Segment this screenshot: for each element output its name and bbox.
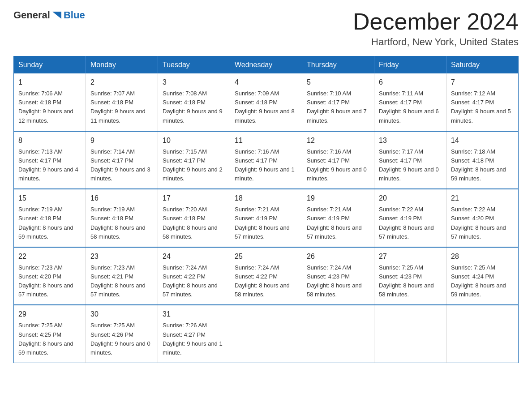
calendar-cell: 9 Sunrise: 7:14 AMSunset: 4:17 PMDayligh…: [86, 131, 158, 189]
calendar-cell: [374, 305, 446, 363]
week-row-1: 1 Sunrise: 7:06 AMSunset: 4:18 PMDayligh…: [14, 73, 519, 131]
day-number: 8: [18, 135, 81, 146]
calendar-cell: 6 Sunrise: 7:11 AMSunset: 4:17 PMDayligh…: [374, 73, 446, 131]
day-number: 1: [18, 77, 81, 88]
header-sunday: Sunday: [14, 56, 86, 74]
day-number: 27: [379, 251, 442, 262]
day-number: 30: [90, 309, 153, 320]
calendar-cell: 31 Sunrise: 7:26 AMSunset: 4:27 PMDaylig…: [158, 305, 230, 363]
calendar-cell: 17 Sunrise: 7:20 AMSunset: 4:18 PMDaylig…: [158, 189, 230, 247]
day-number: 6: [379, 77, 442, 88]
day-info: Sunrise: 7:17 AMSunset: 4:17 PMDaylight:…: [379, 148, 439, 182]
day-info: Sunrise: 7:19 AMSunset: 4:18 PMDaylight:…: [90, 206, 146, 240]
header-wednesday: Wednesday: [230, 56, 302, 74]
day-info: Sunrise: 7:08 AMSunset: 4:18 PMDaylight:…: [163, 90, 223, 124]
day-number: 13: [379, 135, 442, 146]
calendar-cell: 19 Sunrise: 7:21 AMSunset: 4:19 PMDaylig…: [302, 189, 374, 247]
day-number: 10: [163, 135, 225, 146]
day-number: 18: [235, 193, 297, 204]
calendar-cell: 27 Sunrise: 7:25 AMSunset: 4:23 PMDaylig…: [374, 247, 446, 305]
calendar-cell: 11 Sunrise: 7:16 AMSunset: 4:17 PMDaylig…: [230, 131, 302, 189]
calendar-cell: 10 Sunrise: 7:15 AMSunset: 4:17 PMDaylig…: [158, 131, 230, 189]
calendar-cell: 16 Sunrise: 7:19 AMSunset: 4:18 PMDaylig…: [86, 189, 158, 247]
calendar-cell: 7 Sunrise: 7:12 AMSunset: 4:17 PMDayligh…: [446, 73, 519, 131]
week-row-4: 22 Sunrise: 7:23 AMSunset: 4:20 PMDaylig…: [14, 247, 519, 305]
day-info: Sunrise: 7:11 AMSunset: 4:17 PMDaylight:…: [379, 90, 439, 124]
day-number: 12: [307, 135, 369, 146]
day-number: 5: [307, 77, 369, 88]
calendar-table: SundayMondayTuesdayWednesdayThursdayFrid…: [13, 56, 519, 363]
day-info: Sunrise: 7:25 AMSunset: 4:26 PMDaylight:…: [90, 322, 150, 355]
day-info: Sunrise: 7:22 AMSunset: 4:19 PMDaylight:…: [379, 206, 434, 240]
calendar-cell: 24 Sunrise: 7:24 AMSunset: 4:22 PMDaylig…: [158, 247, 230, 305]
day-number: 3: [163, 77, 225, 88]
day-number: 19: [307, 193, 369, 204]
day-info: Sunrise: 7:10 AMSunset: 4:17 PMDaylight:…: [307, 90, 367, 124]
day-info: Sunrise: 7:16 AMSunset: 4:17 PMDaylight:…: [235, 148, 295, 182]
calendar-cell: 4 Sunrise: 7:09 AMSunset: 4:18 PMDayligh…: [230, 73, 302, 131]
day-info: Sunrise: 7:21 AMSunset: 4:19 PMDaylight:…: [307, 206, 362, 240]
calendar-cell: 3 Sunrise: 7:08 AMSunset: 4:18 PMDayligh…: [158, 73, 230, 131]
calendar-cell: 28 Sunrise: 7:25 AMSunset: 4:24 PMDaylig…: [446, 247, 519, 305]
day-number: 11: [235, 135, 297, 146]
day-info: Sunrise: 7:14 AMSunset: 4:17 PMDaylight:…: [90, 148, 150, 182]
header-monday: Monday: [86, 56, 158, 74]
day-info: Sunrise: 7:12 AMSunset: 4:17 PMDaylight:…: [451, 90, 511, 124]
calendar-cell: 5 Sunrise: 7:10 AMSunset: 4:17 PMDayligh…: [302, 73, 374, 131]
calendar-cell: 29 Sunrise: 7:25 AMSunset: 4:25 PMDaylig…: [14, 305, 86, 363]
calendar-cell: 18 Sunrise: 7:21 AMSunset: 4:19 PMDaylig…: [230, 189, 302, 247]
calendar-cell: 14 Sunrise: 7:18 AMSunset: 4:18 PMDaylig…: [446, 131, 519, 189]
day-info: Sunrise: 7:26 AMSunset: 4:27 PMDaylight:…: [163, 322, 223, 355]
day-number: 2: [90, 77, 153, 88]
title-area: December 2024 Hartford, New York, United…: [353, 9, 519, 48]
day-number: 29: [18, 309, 81, 320]
header-thursday: Thursday: [302, 56, 374, 74]
logo-general-text: General: [13, 9, 50, 21]
day-info: Sunrise: 7:13 AMSunset: 4:17 PMDaylight:…: [18, 148, 78, 182]
week-row-3: 15 Sunrise: 7:19 AMSunset: 4:18 PMDaylig…: [14, 189, 519, 247]
day-info: Sunrise: 7:24 AMSunset: 4:22 PMDaylight:…: [163, 264, 218, 298]
day-info: Sunrise: 7:20 AMSunset: 4:18 PMDaylight:…: [163, 206, 218, 240]
calendar-cell: 20 Sunrise: 7:22 AMSunset: 4:19 PMDaylig…: [374, 189, 446, 247]
calendar-cell: 8 Sunrise: 7:13 AMSunset: 4:17 PMDayligh…: [14, 131, 86, 189]
day-info: Sunrise: 7:18 AMSunset: 4:18 PMDaylight:…: [451, 148, 506, 182]
calendar-cell: [230, 305, 302, 363]
header-saturday: Saturday: [446, 56, 519, 74]
calendar-subtitle: Hartford, New York, United States: [353, 36, 519, 48]
day-number: 15: [18, 193, 81, 204]
calendar-cell: 26 Sunrise: 7:24 AMSunset: 4:23 PMDaylig…: [302, 247, 374, 305]
calendar-cell: 2 Sunrise: 7:07 AMSunset: 4:18 PMDayligh…: [86, 73, 158, 131]
day-info: Sunrise: 7:09 AMSunset: 4:18 PMDaylight:…: [235, 90, 295, 124]
calendar-title: December 2024: [353, 9, 519, 34]
day-info: Sunrise: 7:24 AMSunset: 4:22 PMDaylight:…: [235, 264, 290, 298]
day-info: Sunrise: 7:24 AMSunset: 4:23 PMDaylight:…: [307, 264, 362, 298]
page-header: General Blue December 2024 Hartford, New…: [13, 9, 519, 48]
day-info: Sunrise: 7:19 AMSunset: 4:18 PMDaylight:…: [18, 206, 73, 240]
day-number: 14: [451, 135, 514, 146]
day-info: Sunrise: 7:23 AMSunset: 4:20 PMDaylight:…: [18, 264, 73, 298]
calendar-cell: 25 Sunrise: 7:24 AMSunset: 4:22 PMDaylig…: [230, 247, 302, 305]
week-row-2: 8 Sunrise: 7:13 AMSunset: 4:17 PMDayligh…: [14, 131, 519, 189]
day-info: Sunrise: 7:07 AMSunset: 4:18 PMDaylight:…: [90, 90, 146, 124]
header-friday: Friday: [374, 56, 446, 74]
day-number: 24: [163, 251, 225, 262]
day-number: 4: [235, 77, 297, 88]
day-number: 7: [451, 77, 514, 88]
calendar-cell: 23 Sunrise: 7:23 AMSunset: 4:21 PMDaylig…: [86, 247, 158, 305]
day-number: 22: [18, 251, 81, 262]
header-tuesday: Tuesday: [158, 56, 230, 74]
calendar-cell: 12 Sunrise: 7:16 AMSunset: 4:17 PMDaylig…: [302, 131, 374, 189]
day-number: 17: [163, 193, 225, 204]
day-number: 28: [451, 251, 514, 262]
calendar-cell: 21 Sunrise: 7:22 AMSunset: 4:20 PMDaylig…: [446, 189, 519, 247]
day-number: 16: [90, 193, 153, 204]
day-info: Sunrise: 7:25 AMSunset: 4:23 PMDaylight:…: [379, 264, 434, 298]
logo: General Blue: [13, 9, 85, 21]
day-number: 20: [379, 193, 442, 204]
day-info: Sunrise: 7:22 AMSunset: 4:20 PMDaylight:…: [451, 206, 506, 240]
calendar-cell: 22 Sunrise: 7:23 AMSunset: 4:20 PMDaylig…: [14, 247, 86, 305]
day-number: 9: [90, 135, 153, 146]
calendar-cell: 1 Sunrise: 7:06 AMSunset: 4:18 PMDayligh…: [14, 73, 86, 131]
calendar-cell: 13 Sunrise: 7:17 AMSunset: 4:17 PMDaylig…: [374, 131, 446, 189]
logo-triangle-icon: [51, 9, 63, 21]
